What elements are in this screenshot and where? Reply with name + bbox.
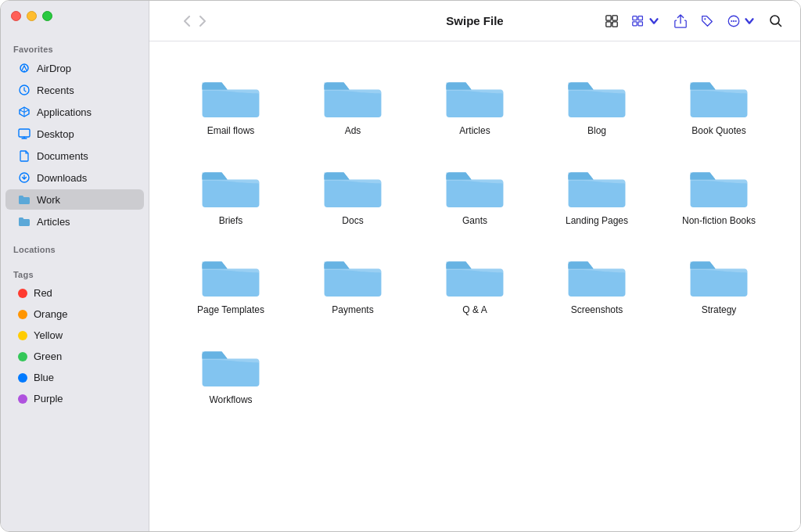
- svg-rect-12: [638, 21, 642, 25]
- sidebar-item-blue[interactable]: Blue: [5, 368, 144, 387]
- folder-icon-gants: [444, 160, 506, 210]
- download-icon: [18, 171, 31, 184]
- folder-icon-page-templates: [199, 249, 262, 300]
- toolbar: Swipe File: [149, 1, 800, 41]
- blue-dot: [18, 373, 27, 383]
- folder-icon-articles: [444, 70, 506, 120]
- tag-label: Green: [34, 350, 62, 362]
- folder-label-screenshots: Screenshots: [571, 304, 623, 317]
- folder-label-docs: Docs: [342, 215, 363, 228]
- folder-item-book-quotes[interactable]: Book Quotes: [661, 63, 777, 144]
- tag-button[interactable]: [695, 11, 719, 31]
- more-button[interactable]: [722, 11, 761, 31]
- folder-icon-non-fiction-books: [688, 160, 750, 210]
- favorites-label: Favorites: [1, 38, 149, 57]
- sidebar-item-documents[interactable]: Documents: [5, 146, 144, 166]
- search-button[interactable]: [764, 11, 788, 31]
- folder-icon-screenshots: [566, 249, 628, 300]
- folder-label-book-quotes: Book Quotes: [691, 125, 745, 138]
- sidebar-item-orange[interactable]: Orange: [5, 304, 144, 324]
- svg-point-1: [23, 70, 25, 72]
- folder-item-articles[interactable]: Articles: [417, 63, 533, 144]
- svg-rect-5: [606, 15, 611, 20]
- folder-label-gants: Gants: [462, 215, 487, 228]
- close-button[interactable]: [11, 11, 21, 21]
- folder-item-page-templates[interactable]: Page Templates: [173, 243, 289, 323]
- maximize-button[interactable]: [42, 11, 52, 21]
- folder-label-email-flows: Email flows: [207, 125, 255, 138]
- folder-label-q-and-a: Q & A: [462, 304, 487, 317]
- forward-button[interactable]: [196, 14, 209, 28]
- red-dot: [18, 289, 27, 298]
- svg-rect-10: [638, 16, 642, 20]
- folder-item-strategy[interactable]: Strategy: [661, 243, 777, 323]
- back-button[interactable]: [181, 14, 193, 28]
- sidebar-item-applications[interactable]: Applications: [5, 102, 144, 122]
- toolbar-title: Swipe File: [446, 14, 503, 27]
- folder-item-payments[interactable]: Payments: [295, 243, 411, 323]
- sidebar-item-yellow[interactable]: Yellow: [5, 325, 144, 345]
- folder-label-blog: Blog: [587, 125, 606, 138]
- svg-rect-3: [19, 129, 30, 137]
- toolbar-actions: [600, 11, 788, 31]
- folder-item-workflows[interactable]: Workflows: [173, 332, 289, 413]
- sidebar-item-red[interactable]: Red: [5, 283, 144, 303]
- folder-item-non-fiction-books[interactable]: Non-fiction Books: [661, 153, 777, 234]
- sidebar-item-label: Applications: [37, 106, 92, 118]
- folder-item-gants[interactable]: Gants: [417, 153, 533, 234]
- locations-label: Locations: [1, 239, 149, 257]
- sidebar-item-green[interactable]: Green: [5, 347, 144, 366]
- sidebar-item-airdrop[interactable]: AirDrop: [5, 58, 144, 78]
- folder-label-payments: Payments: [332, 304, 373, 317]
- sidebar-item-recents[interactable]: Recents: [5, 80, 144, 100]
- document-icon: [18, 149, 31, 162]
- folder-label-strategy: Strategy: [702, 304, 737, 317]
- folder-label-landing-pages: Landing Pages: [566, 215, 628, 228]
- file-grid: Email flows Ads Articles: [173, 63, 777, 412]
- sidebar-item-desktop[interactable]: Desktop: [5, 124, 144, 144]
- folder-icon-landing-pages: [566, 160, 628, 210]
- file-grid-container: Email flows Ads Articles: [149, 41, 800, 532]
- airdrop-icon: [18, 62, 31, 74]
- main-content: Swipe File: [149, 1, 800, 532]
- minimize-button[interactable]: [27, 11, 37, 21]
- folder-label-non-fiction-books: Non-fiction Books: [682, 215, 756, 228]
- folder-item-screenshots[interactable]: Screenshots: [539, 243, 655, 323]
- folder-item-q-and-a[interactable]: Q & A: [417, 243, 533, 323]
- svg-rect-9: [633, 16, 637, 20]
- yellow-dot: [18, 331, 27, 340]
- folder-item-landing-pages[interactable]: Landing Pages: [539, 153, 655, 234]
- sidebar: Favorites AirDrop Recents: [1, 1, 149, 532]
- sidebar-item-purple[interactable]: Purple: [5, 389, 144, 408]
- folder-icon-payments: [321, 249, 384, 300]
- sidebar-item-articles[interactable]: Articles: [5, 211, 144, 232]
- applications-icon: [18, 106, 31, 118]
- tags-label: Tags: [1, 264, 149, 282]
- folder-icon-briefs: [199, 160, 262, 210]
- sidebar-item-label: Desktop: [37, 128, 74, 140]
- purple-dot: [18, 394, 27, 404]
- folder-item-docs[interactable]: Docs: [295, 153, 411, 234]
- tag-label: Purple: [34, 393, 63, 404]
- svg-point-13: [704, 18, 706, 20]
- folder-item-blog[interactable]: Blog: [539, 63, 655, 144]
- folder-item-email-flows[interactable]: Email flows: [173, 63, 289, 144]
- folder-label-workflows: Workflows: [209, 394, 252, 407]
- monitor-icon: [18, 128, 31, 140]
- folder-item-briefs[interactable]: Briefs: [173, 153, 289, 234]
- view-dropdown-button[interactable]: [627, 11, 666, 31]
- folder-item-ads[interactable]: Ads: [295, 63, 411, 144]
- svg-rect-6: [612, 15, 617, 20]
- share-button[interactable]: [669, 11, 692, 31]
- sidebar-item-work[interactable]: Work: [5, 189, 144, 210]
- folder-icon-workflows: [199, 339, 262, 390]
- svg-rect-7: [606, 21, 611, 26]
- tag-label: Blue: [34, 372, 54, 383]
- folder-label-briefs: Briefs: [219, 215, 243, 228]
- svg-point-17: [735, 20, 737, 21]
- folder-icon-strategy: [688, 249, 750, 300]
- view-icon-grid-button[interactable]: [600, 11, 623, 31]
- folder-icon-docs: [321, 160, 384, 210]
- clock-icon: [18, 84, 31, 96]
- sidebar-item-downloads[interactable]: Downloads: [5, 167, 144, 188]
